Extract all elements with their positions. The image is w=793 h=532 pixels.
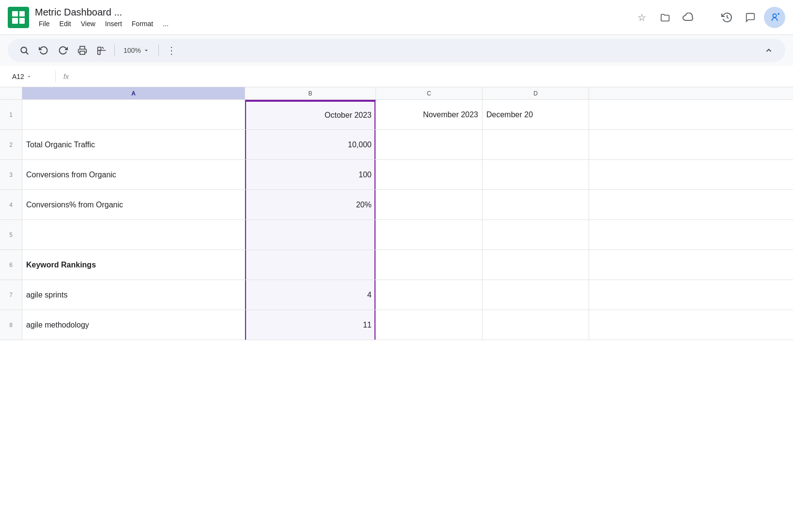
menu-edit[interactable]: Edit	[56, 19, 75, 29]
cell-A2[interactable]: Total Organic Traffic	[22, 130, 245, 159]
cell-C6[interactable]	[376, 250, 482, 280]
row-num-3[interactable]: 3	[0, 160, 22, 189]
cell-B1-value: October 2023	[325, 111, 372, 120]
table-row: 1 October 2023 November 2023 December 20	[0, 100, 793, 130]
cell-reference[interactable]: A12	[8, 70, 51, 83]
row-num-7[interactable]: 7	[0, 280, 22, 310]
selection-right-bottom	[374, 310, 375, 340]
cell-A8[interactable]: agile methodology	[22, 310, 245, 340]
cell-A4[interactable]: Conversions% from Organic	[22, 190, 245, 219]
row-num-6[interactable]: 6	[0, 250, 22, 280]
selection-right	[374, 250, 375, 280]
formula-bar: A12 fx	[0, 66, 793, 87]
collapse-toolbar-button[interactable]	[760, 42, 777, 59]
cell-D3[interactable]	[482, 160, 589, 189]
cell-B4-value: 20%	[356, 201, 372, 209]
redo-button[interactable]	[54, 42, 72, 59]
table-row: 5	[0, 220, 793, 250]
col-header-C[interactable]: C	[376, 87, 482, 99]
cell-B3[interactable]: 100	[245, 160, 376, 189]
header-icons: ☆	[632, 7, 785, 28]
cell-D8[interactable]	[482, 310, 589, 340]
cell-C1[interactable]: November 2023	[376, 100, 482, 129]
cell-A7-value: agile sprints	[26, 291, 67, 299]
menu-insert[interactable]: Insert	[101, 19, 126, 29]
undo-button[interactable]	[35, 42, 52, 59]
cell-C7[interactable]	[376, 280, 482, 310]
selection-left	[245, 250, 246, 280]
cell-A1[interactable]	[22, 100, 245, 129]
table-row: 8 agile methodology 11	[0, 310, 793, 340]
avatar[interactable]	[764, 7, 785, 28]
fx-label: fx	[63, 73, 69, 80]
menu-file[interactable]: File	[35, 19, 54, 29]
cell-B4[interactable]: 20%	[245, 190, 376, 219]
cell-D1[interactable]: December 20	[482, 100, 589, 129]
cell-B3-value: 100	[358, 171, 372, 179]
cell-B8[interactable]: 11	[245, 310, 376, 340]
cell-C5[interactable]	[376, 220, 482, 250]
cell-B8-value: 11	[363, 321, 372, 329]
corner-cell	[0, 87, 22, 99]
cloud-icon[interactable]	[679, 8, 698, 27]
cell-A3[interactable]: Conversions from Organic	[22, 160, 245, 189]
cell-D6[interactable]	[482, 250, 589, 280]
col-header-D[interactable]: D	[482, 87, 589, 99]
row-num-1[interactable]: 1	[0, 100, 22, 129]
selection-left-bottom	[245, 310, 246, 340]
row-num-2[interactable]: 2	[0, 130, 22, 159]
cell-C4[interactable]	[376, 190, 482, 219]
zoom-selector[interactable]: 100%	[119, 45, 155, 56]
cell-D7[interactable]	[482, 280, 589, 310]
cell-D1-value: December 20	[486, 110, 533, 119]
comment-icon[interactable]	[741, 8, 760, 27]
document-title[interactable]: Metric Dashboard ...	[35, 6, 172, 18]
cell-C8[interactable]	[376, 310, 482, 340]
col-header-B[interactable]: B	[245, 87, 376, 99]
cell-B2-value: 10,000	[348, 141, 372, 149]
cell-A3-value: Conversions from Organic	[26, 171, 116, 179]
cell-B5[interactable]	[245, 220, 376, 250]
cell-C2[interactable]	[376, 130, 482, 159]
cell-C3[interactable]	[376, 160, 482, 189]
svg-point-0	[773, 14, 776, 17]
cell-ref-value: A12	[12, 73, 24, 80]
cell-D4[interactable]	[482, 190, 589, 219]
cell-A7[interactable]: agile sprints	[22, 280, 245, 310]
top-header: Metric Dashboard ... File Edit View Inse…	[0, 0, 793, 35]
menu-format[interactable]: Format	[128, 19, 157, 29]
row-num-8[interactable]: 8	[0, 310, 22, 340]
app-icon[interactable]	[8, 7, 29, 28]
menu-more[interactable]: ...	[159, 19, 172, 29]
menu-bar: File Edit View Insert Format ...	[35, 19, 172, 29]
cell-B6[interactable]	[245, 250, 376, 280]
cell-B7[interactable]: 4	[245, 280, 376, 310]
cell-B7-value: 4	[367, 291, 372, 299]
menu-view[interactable]: View	[77, 19, 99, 29]
column-headers: A B C D	[0, 87, 793, 100]
print-button[interactable]	[74, 42, 91, 59]
sheets-grid-icon	[12, 11, 25, 24]
paint-format-button[interactable]	[93, 42, 110, 59]
cell-A6[interactable]: Keyword Rankings	[22, 250, 245, 280]
search-button[interactable]	[16, 42, 33, 59]
row-num-5[interactable]: 5	[0, 220, 22, 250]
cell-B1[interactable]: October 2023	[245, 100, 376, 129]
more-options-button[interactable]: ⋮	[163, 42, 180, 59]
folder-icon[interactable]	[655, 8, 675, 27]
history-icon[interactable]	[717, 8, 737, 27]
svg-rect-5	[80, 51, 85, 55]
col-header-A[interactable]: A	[22, 87, 245, 99]
spreadsheet: A B C D 1 October 2023 November 2023 Dec…	[0, 87, 793, 532]
cell-A2-value: Total Organic Traffic	[26, 141, 95, 149]
selection-right	[374, 220, 375, 250]
cell-A5[interactable]	[22, 220, 245, 250]
row-num-4[interactable]: 4	[0, 190, 22, 219]
selection-left	[245, 160, 246, 189]
zoom-value: 100%	[124, 47, 141, 54]
cell-D5[interactable]	[482, 220, 589, 250]
svg-point-3	[21, 47, 27, 53]
cell-B2[interactable]: 10,000	[245, 130, 376, 159]
star-icon[interactable]: ☆	[632, 8, 652, 27]
cell-D2[interactable]	[482, 130, 589, 159]
